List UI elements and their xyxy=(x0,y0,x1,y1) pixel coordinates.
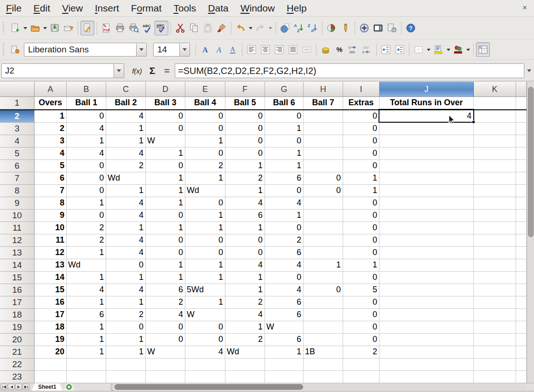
cell-J10[interactable] xyxy=(379,210,474,222)
cell-B10[interactable]: 0 xyxy=(67,210,106,222)
cell-B14[interactable]: Wd xyxy=(67,259,106,272)
cell-K6[interactable] xyxy=(474,160,516,172)
cell-C4[interactable]: 1 xyxy=(106,135,146,148)
cell-B8[interactable]: 0 xyxy=(67,185,106,197)
menu-item-edit[interactable]: Edit xyxy=(28,1,56,15)
freeze-panes-button[interactable] xyxy=(476,42,490,57)
cell-G9[interactable]: 4 xyxy=(265,197,304,210)
cell-reference-input[interactable]: J2 xyxy=(1,63,114,78)
cell-E20[interactable]: 0 xyxy=(185,334,225,346)
cell-partial-8[interactable] xyxy=(516,185,527,197)
cell-F8[interactable]: 1 xyxy=(225,185,265,197)
cell-E21[interactable]: 4 xyxy=(185,346,225,358)
cell-C1[interactable]: Ball 2 xyxy=(106,97,146,109)
cell-K5[interactable] xyxy=(474,148,516,160)
cell-G16[interactable]: 4 xyxy=(265,284,304,296)
cell-J22[interactable] xyxy=(379,358,474,371)
new-document-dropdown[interactable] xyxy=(22,21,28,35)
column-header-F[interactable]: F xyxy=(225,82,265,97)
cell-B18[interactable]: 6 xyxy=(67,309,106,321)
cell-E5[interactable]: 0 xyxy=(185,148,225,160)
cell-E23[interactable] xyxy=(185,371,225,383)
cell-A15[interactable]: 14 xyxy=(34,272,67,284)
cell-B20[interactable]: 1 xyxy=(67,334,106,346)
row-header-16[interactable]: 16 xyxy=(0,284,34,296)
cell-D23[interactable] xyxy=(146,371,185,383)
cell-B2[interactable]: 0 xyxy=(67,110,106,123)
cell-partial-12[interactable] xyxy=(516,234,527,247)
cell-I4[interactable]: 0 xyxy=(343,135,379,148)
row-header-7[interactable]: 7 xyxy=(0,172,34,185)
cell-K1[interactable] xyxy=(474,97,516,109)
cell-J15[interactable] xyxy=(379,272,474,284)
cell-E12[interactable]: 0 xyxy=(185,234,225,247)
next-sheet-button[interactable] xyxy=(15,384,22,390)
column-header-B[interactable]: B xyxy=(67,82,106,97)
cell-partial-2[interactable] xyxy=(516,110,527,123)
cell-I18[interactable]: 0 xyxy=(343,309,379,321)
cell-B21[interactable]: 1 xyxy=(67,346,106,358)
cell-H18[interactable] xyxy=(304,309,343,321)
cell-D14[interactable]: 1 xyxy=(146,259,185,272)
cell-E14[interactable]: 1 xyxy=(185,259,225,272)
cell-K2[interactable] xyxy=(474,110,516,123)
cell-C3[interactable]: 1 xyxy=(106,123,146,135)
cell-C14[interactable]: 0 xyxy=(106,259,146,272)
cell-K15[interactable] xyxy=(474,272,516,284)
cell-G12[interactable]: 2 xyxy=(265,234,304,247)
cell-E6[interactable]: 2 xyxy=(185,160,225,172)
cell-D3[interactable]: 0 xyxy=(146,123,185,135)
send-email-button[interactable] xyxy=(62,21,75,35)
cell-E18[interactable]: W xyxy=(185,309,225,321)
row-header-3[interactable]: 3 xyxy=(0,123,34,135)
redo-dropdown[interactable] xyxy=(267,21,273,35)
copy-button[interactable] xyxy=(187,21,201,35)
cell-D12[interactable]: 0 xyxy=(146,234,185,247)
background-color-dropdown[interactable] xyxy=(445,42,451,57)
cell-H3[interactable] xyxy=(304,123,343,135)
cell-G13[interactable]: 6 xyxy=(265,247,304,259)
cell-J5[interactable] xyxy=(379,148,474,160)
cell-G18[interactable]: 6 xyxy=(265,309,304,321)
formula-input[interactable]: =SUM(B2,C2,D2,E2,F2,G2,H2,I2) xyxy=(175,63,524,78)
cell-G22[interactable] xyxy=(265,358,304,371)
cell-F5[interactable]: 0 xyxy=(225,148,265,160)
cell-E1[interactable]: Ball 4 xyxy=(185,97,225,109)
cell-G23[interactable] xyxy=(265,371,304,383)
cell-partial-16[interactable] xyxy=(516,284,527,296)
navigator-button[interactable] xyxy=(357,21,371,35)
cell-K10[interactable] xyxy=(474,210,516,222)
cell-C20[interactable]: 1 xyxy=(106,334,146,346)
cell-H21[interactable]: 1B xyxy=(304,346,343,358)
cell-A18[interactable]: 17 xyxy=(34,309,67,321)
last-sheet-button[interactable] xyxy=(23,384,29,390)
cell-E17[interactable]: 1 xyxy=(185,296,225,309)
cell-J8[interactable] xyxy=(379,185,474,197)
cell-H19[interactable] xyxy=(304,321,343,334)
cell-B16[interactable]: 4 xyxy=(67,284,106,296)
row-header-14[interactable]: 14 xyxy=(0,259,34,272)
column-header-G[interactable]: G xyxy=(265,82,304,97)
cell-H14[interactable]: 1 xyxy=(304,259,343,272)
cell-K20[interactable] xyxy=(474,334,516,346)
column-header-H[interactable]: H xyxy=(304,82,343,97)
cell-partial-4[interactable] xyxy=(516,135,527,148)
vertical-scrollbar-thumb[interactable] xyxy=(528,87,534,237)
cell-E9[interactable]: 0 xyxy=(185,197,225,210)
cell-G4[interactable]: 0 xyxy=(265,135,304,148)
cell-D9[interactable]: 1 xyxy=(146,197,185,210)
cell-J9[interactable] xyxy=(379,197,474,210)
cell-I9[interactable]: 0 xyxy=(343,197,379,210)
menu-item-data[interactable]: Data xyxy=(202,1,234,15)
cell-partial-1[interactable] xyxy=(516,97,527,109)
cell-F21[interactable]: Wd xyxy=(225,346,265,358)
cell-J13[interactable] xyxy=(379,247,474,259)
cell-I5[interactable]: 0 xyxy=(343,148,379,160)
cell-H22[interactable] xyxy=(304,358,343,371)
cell-partial-5[interactable] xyxy=(516,148,527,160)
cell-G15[interactable]: 0 xyxy=(265,272,304,284)
cell-I22[interactable] xyxy=(343,358,379,371)
cell-J1[interactable]: Total Runs in Over xyxy=(379,97,474,109)
cell-D22[interactable] xyxy=(146,358,185,371)
decrease-indent-button[interactable] xyxy=(379,42,393,57)
